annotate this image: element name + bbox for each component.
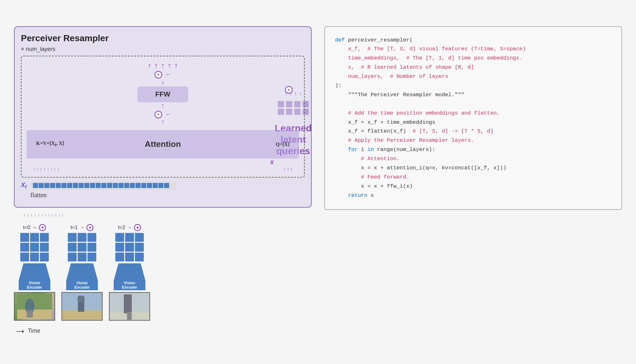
- code-line-3: time_embeddings, # The [T, 1, d] time po…: [335, 54, 611, 63]
- code-line-16: x = x + ffw_i(x): [335, 182, 611, 191]
- q-label: Q=[X]: [276, 141, 289, 147]
- kv-label: K=V=[Xf, X]: [36, 141, 64, 147]
- code-box: def perceiver_resampler( x_f, # The [T, …: [324, 26, 622, 210]
- code-line-12: for i in range(num_layers):: [335, 145, 611, 154]
- xf-label: Xf: [21, 181, 27, 190]
- svg-rect-11: [127, 312, 132, 320]
- code-line-15: # Feed forward.: [335, 173, 611, 182]
- code-line-1: def perceiver_resampler(: [335, 36, 611, 45]
- attn-add-node: +: [155, 111, 162, 118]
- flatten-label: flatten: [30, 191, 305, 199]
- vision-encoder-1: [66, 263, 98, 281]
- perceiver-box: Perceiver Resampler × num_layers ↑ ↑ ↑ ↑…: [14, 26, 312, 208]
- code-line-blank1: [335, 100, 611, 109]
- plus-circle-0: +: [39, 224, 46, 231]
- svg-point-7: [77, 295, 85, 303]
- xf-squares: [33, 183, 169, 188]
- left-bottom: ↑ ↑ ↑ ↑ ↑ ↑ ↑ ↑ ↑ ↑ ↑ ↑: [14, 211, 268, 338]
- ffw-block: FFW: [137, 86, 188, 102]
- grid-t2: [115, 233, 144, 261]
- ffw-add-node-top: +: [155, 71, 162, 78]
- code-line-5: num_layers, # Number of layers: [335, 72, 611, 81]
- grid-t0: [20, 233, 49, 261]
- time-frame-2: t=2 → + VisionEncoder: [109, 224, 150, 321]
- t2-label: t=2 → +: [118, 224, 141, 231]
- attention-label: Attention: [145, 139, 181, 149]
- diagram-panel: Perceiver Resampler × num_layers ↑ ↑ ↑ ↑…: [14, 26, 312, 338]
- video-1: [61, 292, 103, 321]
- time-arrow-row: → Time: [14, 324, 268, 338]
- num-layers-label: × num_layers: [21, 46, 305, 53]
- num-layers-text: × num_layers: [21, 46, 55, 53]
- plus-circle-2: +: [134, 224, 141, 231]
- code-line-2: x_f, # The [T, S, d] visual features (T=…: [335, 45, 611, 54]
- code-line-6: ):: [335, 81, 611, 91]
- ve-label-2: VisionEncoder: [114, 280, 145, 290]
- dashed-box: ↑ ↑ ↑ ↑ ↑ + + ← ↑ F: [21, 56, 305, 178]
- code-line-11: # Apply the Perceiver Resampler layers.: [335, 136, 611, 145]
- grid-t1: [68, 233, 96, 261]
- perceiver-title: Perceiver Resampler: [21, 33, 305, 43]
- plus-circle-1: +: [86, 224, 93, 231]
- bottom-section: ↑ ↑ ↑ ↑ ↑ ↑ ↑ ↑ ↑ ↑ ↑ ↑: [14, 211, 312, 338]
- t0-label: t=0 → +: [23, 224, 46, 231]
- xf-row: Xf: [21, 181, 305, 190]
- code-panel: def perceiver_resampler( x_f, # The [T, …: [324, 26, 622, 210]
- code-line-10: x_f = flatten(x_f) # [T, S, d] -> [T * S…: [335, 127, 611, 136]
- video-2: [109, 292, 150, 321]
- svg-rect-1: [17, 310, 52, 319]
- code-line-13: # Attention.: [335, 154, 611, 164]
- vision-encoder-0: [19, 263, 50, 281]
- time-frame-1: t=1 → + VisionEncoder: [61, 224, 103, 321]
- code-line-7: """The Perceiver Resampler model.""": [335, 91, 611, 100]
- svg-rect-10: [124, 294, 132, 313]
- ve-label-0: VisionEncoder: [19, 280, 50, 290]
- time-text: Time: [28, 328, 40, 334]
- vision-encoder-2: [114, 263, 145, 281]
- video-0: [14, 292, 55, 321]
- code-line-14: x = x + attention_i(q=x, kv=concat([x_f,…: [335, 164, 611, 173]
- time-frame-0: t=0 → + VisionEncoder: [14, 224, 55, 321]
- ffw-add-node: +: [285, 86, 293, 94]
- t1-label: t=1 → +: [71, 224, 94, 231]
- code-line-17: return x: [335, 191, 611, 200]
- code-line-8: # Add the time position embeddings and f…: [335, 109, 611, 118]
- ve-label-1: VisionEncoder: [66, 280, 98, 290]
- code-line-4: x, # R learned latents of shape [R, d]: [335, 63, 611, 72]
- svg-rect-3: [27, 311, 33, 317]
- main-container: Perceiver Resampler × num_layers ↑ ↑ ↑ ↑…: [8, 20, 628, 344]
- code-line-9: x_f = x_f + time_embeddings: [335, 118, 611, 127]
- time-frames: t=0 → + VisionEncoder: [14, 224, 268, 321]
- attention-block: K=V=[Xf, X] Attention Q=[X]: [27, 130, 299, 159]
